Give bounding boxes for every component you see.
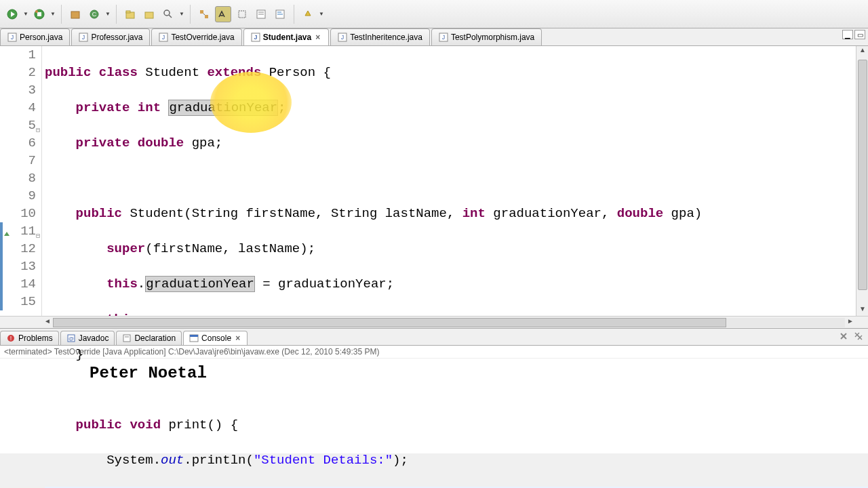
separator xyxy=(61,5,62,24)
scroll-down-icon[interactable]: ▼ xyxy=(857,305,868,316)
close-icon[interactable]: × xyxy=(314,33,321,42)
minimize-tab-icon[interactable]: ▁ xyxy=(842,30,853,39)
svg-rect-10 xyxy=(145,12,153,18)
svg-text:J: J xyxy=(82,34,85,41)
tab-label: Problems xyxy=(18,333,53,343)
tab-person[interactable]: J Person.java xyxy=(0,28,70,45)
maximize-tab-icon[interactable]: ▭ xyxy=(854,30,865,39)
tab-label: Declaration xyxy=(134,333,176,343)
toggle-block-selection-button[interactable] xyxy=(234,6,250,22)
svg-rect-16 xyxy=(239,11,245,18)
tab-label: Javadoc xyxy=(79,333,109,343)
run-dropdown-icon[interactable]: ▼ xyxy=(23,11,28,17)
tab-label: Person.java xyxy=(20,33,62,42)
java-file-icon: J xyxy=(251,33,260,42)
svg-rect-41 xyxy=(123,335,130,342)
separator xyxy=(190,5,191,24)
new-class-button[interactable]: C xyxy=(86,6,102,22)
java-file-icon: J xyxy=(338,33,347,42)
tab-testpolymorphism[interactable]: J TestPolymorphism.java xyxy=(431,28,542,45)
tab-label: Console xyxy=(201,333,231,343)
java-file-icon: J xyxy=(7,33,17,42)
close-icon[interactable]: × xyxy=(234,333,241,343)
search-button[interactable] xyxy=(160,6,176,22)
separator xyxy=(294,5,294,24)
run-button[interactable] xyxy=(4,6,20,22)
show-whitespace-button[interactable] xyxy=(253,6,269,22)
svg-text:J: J xyxy=(11,34,14,41)
tab-label: Professor.java xyxy=(91,33,142,42)
remove-launch-button[interactable] xyxy=(838,331,849,342)
svg-point-11 xyxy=(164,10,170,16)
tab-label: TestPolymorphism.java xyxy=(451,33,534,42)
remove-all-button[interactable] xyxy=(853,331,864,342)
svg-text:C: C xyxy=(92,11,97,18)
console-icon xyxy=(189,333,199,343)
tab-testinheritence[interactable]: J TestInheritence.java xyxy=(330,28,430,45)
separator xyxy=(116,5,117,24)
code-text-area[interactable]: public class Student extends Person { pr… xyxy=(42,46,868,316)
scrollbar-thumb[interactable] xyxy=(858,60,867,290)
scroll-right-icon[interactable]: ► xyxy=(845,317,856,328)
java-file-icon: J xyxy=(439,33,448,42)
scroll-left-icon[interactable]: ◄ xyxy=(42,317,53,328)
new-dropdown-icon[interactable]: ▼ xyxy=(105,11,111,17)
tab-professor[interactable]: J Professor.java xyxy=(71,28,150,45)
line-gutter: 1 2 3 4 5⊟ 6 7 8 9 10 11⊟ 12 13 14 15 xyxy=(0,46,42,316)
svg-text:J: J xyxy=(341,34,344,41)
tab-label: TestOverride.java xyxy=(171,33,234,42)
next-annotation-button[interactable] xyxy=(300,6,316,22)
annotation-dropdown-icon[interactable]: ▼ xyxy=(319,11,324,17)
svg-text:@: @ xyxy=(68,336,74,342)
declaration-icon xyxy=(122,333,132,343)
debug-dropdown-icon[interactable]: ▼ xyxy=(50,11,56,17)
new-package-button[interactable] xyxy=(67,6,83,22)
show-source-button[interactable] xyxy=(272,6,288,22)
tab-declaration[interactable]: Declaration xyxy=(116,331,182,345)
tab-student[interactable]: J Student.java × xyxy=(243,28,329,45)
tab-problems[interactable]: ! Problems xyxy=(0,331,59,345)
horizontal-scrollbar[interactable]: ◄ ► xyxy=(0,316,868,328)
vertical-scrollbar[interactable]: ▲ ▼ xyxy=(856,46,868,316)
svg-point-4 xyxy=(35,10,38,13)
search-dropdown-icon[interactable]: ▼ xyxy=(179,11,184,17)
svg-marker-36 xyxy=(4,232,9,236)
scrollbar-thumb[interactable] xyxy=(53,318,726,327)
scroll-up-icon[interactable]: ▲ xyxy=(857,46,868,57)
svg-text:!: ! xyxy=(10,335,12,342)
svg-line-15 xyxy=(203,14,205,15)
svg-rect-9 xyxy=(126,11,130,13)
svg-marker-23 xyxy=(305,11,311,16)
tab-label: Student.java xyxy=(263,33,311,42)
tab-testoverride[interactable]: J TestOverride.java xyxy=(151,28,241,45)
svg-rect-14 xyxy=(205,15,208,18)
override-icon[interactable] xyxy=(3,226,11,235)
toggle-breadcrumb-button[interactable] xyxy=(196,6,212,22)
open-task-button[interactable] xyxy=(141,6,157,22)
svg-rect-3 xyxy=(37,12,41,16)
java-file-icon: J xyxy=(159,33,168,42)
editor-tabs: J Person.java J Professor.java J TestOve… xyxy=(0,28,868,46)
javadoc-icon: @ xyxy=(66,333,76,343)
fold-icon[interactable]: ⊟ xyxy=(36,122,40,140)
svg-text:J: J xyxy=(162,34,165,41)
debug-button[interactable] xyxy=(31,6,47,22)
tab-label: TestInheritence.java xyxy=(350,33,422,42)
svg-text:J: J xyxy=(254,34,257,41)
java-file-icon: J xyxy=(79,33,88,42)
problems-icon: ! xyxy=(6,333,16,343)
open-type-button[interactable] xyxy=(122,6,138,22)
svg-line-12 xyxy=(169,15,172,18)
svg-rect-13 xyxy=(200,10,203,14)
svg-rect-44 xyxy=(190,335,198,337)
main-toolbar: ▼ ▼ C ▼ ▼ ▼ xyxy=(0,0,868,28)
toggle-mark-occurrences-button[interactable] xyxy=(215,6,231,22)
bottom-view-tabs: ! Problems @ Javadoc Declaration Console… xyxy=(0,328,868,346)
tab-console[interactable]: Console × xyxy=(183,331,248,345)
code-editor[interactable]: 1 2 3 4 5⊟ 6 7 8 9 10 11⊟ 12 13 14 15 pu… xyxy=(0,46,868,316)
tab-javadoc[interactable]: @ Javadoc xyxy=(60,331,115,345)
console-toolbar xyxy=(838,331,864,342)
svg-text:J: J xyxy=(442,34,446,41)
fold-icon[interactable]: ⊟ xyxy=(36,228,40,245)
svg-rect-5 xyxy=(71,12,79,18)
